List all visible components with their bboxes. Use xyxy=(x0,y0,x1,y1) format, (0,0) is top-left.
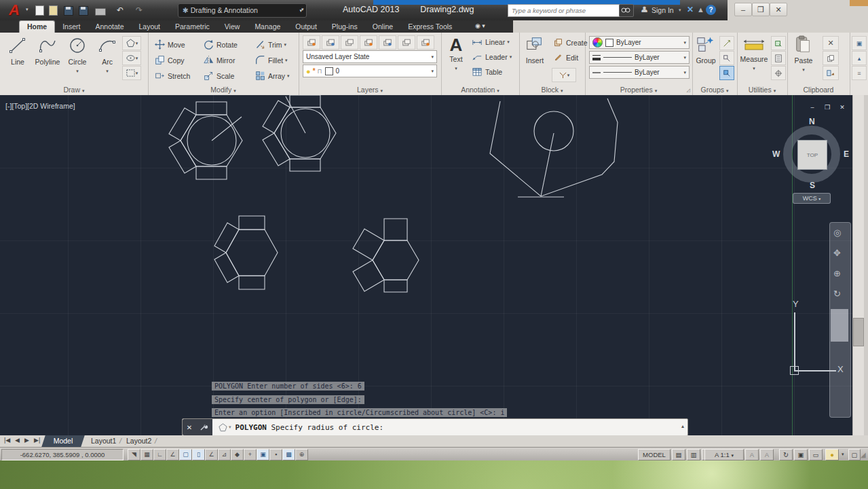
sign-in-arrow-icon[interactable]: ▾ xyxy=(679,7,681,13)
hatch-button[interactable]: ▾ xyxy=(122,66,141,80)
window-close-button[interactable]: ✕ xyxy=(770,3,787,16)
quick-select-button[interactable] xyxy=(771,36,786,50)
paste-button[interactable]: Paste ▾ xyxy=(790,35,817,73)
cut-button[interactable]: ✕ xyxy=(823,36,839,50)
properties-dialog-launcher-icon[interactable]: ◿ xyxy=(687,88,690,93)
sign-in-link[interactable]: Sign In xyxy=(652,6,674,14)
annotation-scale-button[interactable]: A 1:1 ▾ xyxy=(704,449,744,460)
lock-ui-button[interactable]: ▣ xyxy=(794,449,808,460)
paste-dropdown-arrow[interactable]: ▾ xyxy=(802,67,805,72)
copy-clip-button[interactable] xyxy=(823,51,839,65)
properties-panel-title[interactable]: Properties ▾ xyxy=(585,86,692,94)
tab-layout1[interactable]: Layout1 xyxy=(91,435,116,447)
quick-properties-toggle[interactable]: ▩ xyxy=(282,449,295,460)
status-menu-arrow[interactable]: ▾ xyxy=(842,452,844,457)
move-button[interactable]: Move xyxy=(153,37,202,52)
group-edit-button[interactable] xyxy=(719,51,734,65)
viewcube-top-face[interactable]: TOP xyxy=(797,140,827,170)
exchange-apps-icon[interactable]: ✕ xyxy=(687,5,694,14)
measure-button[interactable]: Measure ▾ xyxy=(738,37,770,71)
search-input[interactable] xyxy=(508,4,623,17)
ungroup-button[interactable] xyxy=(719,36,734,50)
tab-annotate[interactable]: Annotate xyxy=(88,20,131,33)
doc-close-button[interactable]: ✕ xyxy=(836,103,848,112)
snap-toggle[interactable]: ▦ xyxy=(140,449,153,460)
tab-online[interactable]: Online xyxy=(365,20,400,33)
table-button[interactable]: Table xyxy=(471,68,502,76)
layer-dropdown[interactable]: ● * ⊓ 0 ▾ xyxy=(303,65,437,77)
command-line-window[interactable]: ✕ ▾ POLYGON Specify radius of circle: ▴ xyxy=(182,418,688,435)
viewport-controls[interactable]: [-][Top][2D Wireframe] xyxy=(5,102,75,110)
create-block-button[interactable]: Create xyxy=(552,38,588,47)
circle-button[interactable]: Circle ▾ xyxy=(62,35,92,74)
lineweight-dropdown[interactable]: ByLayer▾ xyxy=(589,51,690,64)
command-expand-icon[interactable]: ▴ xyxy=(681,423,684,429)
copy-button[interactable]: Copy xyxy=(153,52,202,68)
nav-orbit-icon[interactable]: ↻ xyxy=(833,289,841,299)
doc-restore-button[interactable]: ❒ xyxy=(821,103,833,112)
ribbon-extra-tool-3[interactable]: ≡ xyxy=(852,66,867,80)
id-point-button[interactable] xyxy=(771,66,786,80)
tab-express-tools[interactable]: Express Tools xyxy=(400,20,459,33)
quick-view-layouts-button[interactable]: ▥ xyxy=(687,449,700,460)
line-button[interactable]: Line xyxy=(3,35,33,66)
otrack-toggle[interactable]: ⊿ xyxy=(218,449,231,460)
qat-saveas-icon[interactable] xyxy=(79,6,88,16)
app-menu-arrow-icon[interactable]: ▾ xyxy=(26,7,29,12)
command-close-icon[interactable]: ✕ xyxy=(187,424,192,431)
arc-dropdown-arrow[interactable]: ▾ xyxy=(106,69,109,73)
circle-dropdown-arrow[interactable]: ▾ xyxy=(76,69,79,73)
osnap-3d-toggle[interactable]: ∠ xyxy=(205,449,218,460)
ducs-toggle[interactable]: ◆ xyxy=(231,449,244,460)
ribbon-options-button[interactable]: ◉ ▾ xyxy=(475,22,485,29)
annotation-panel-title[interactable]: Annotation ▾ xyxy=(441,86,519,94)
lineweight-toggle[interactable]: ▣ xyxy=(257,449,269,460)
isolate-objects-button[interactable]: ▭ xyxy=(809,449,823,460)
layer-unlock-icon[interactable]: ⊓ xyxy=(318,68,322,75)
linetype-dropdown[interactable]: ByLayer▾ xyxy=(589,66,690,79)
layout-last-button[interactable]: ▶| xyxy=(34,437,40,443)
grid-toggle[interactable]: ∟ xyxy=(153,449,166,460)
tab-layout[interactable]: Layout xyxy=(132,20,168,33)
layout-prev-button[interactable]: ◀ xyxy=(15,437,20,443)
tab-layout2[interactable]: Layout2 xyxy=(126,435,151,447)
layout-first-button[interactable]: |◀ xyxy=(4,437,10,443)
edit-block-button[interactable]: Edit xyxy=(552,53,578,62)
fillet-button[interactable]: Fillet ▾ xyxy=(254,52,296,68)
nav-pan-icon[interactable]: ✥ xyxy=(833,248,841,258)
layer-lock-icon[interactable] xyxy=(417,35,434,50)
qat-new-icon[interactable] xyxy=(35,5,44,16)
tab-model[interactable]: Model xyxy=(41,435,85,447)
tab-view[interactable]: View xyxy=(217,20,248,33)
layer-properties-icon[interactable] xyxy=(303,35,320,50)
resize-grip[interactable]: ◢ xyxy=(861,451,866,458)
tab-plug-ins[interactable]: Plug-ins xyxy=(324,20,365,33)
linear-dimension-button[interactable]: Linear ▾ xyxy=(471,38,510,46)
object-color-dropdown[interactable]: ByLayer▾ xyxy=(589,36,690,49)
tab-home[interactable]: Home xyxy=(19,20,55,33)
block-panel-title[interactable]: Block ▾ xyxy=(519,86,585,94)
autoscale-button[interactable]: A xyxy=(760,449,774,460)
text-dropdown-arrow[interactable]: ▾ xyxy=(455,66,457,71)
ribbon-extra-tool-2[interactable]: ▴ xyxy=(852,51,867,65)
annotation-lamp-button[interactable]: ● xyxy=(825,449,839,460)
qat-plot-icon[interactable] xyxy=(95,8,106,16)
vertical-scrollbar-thumb[interactable] xyxy=(853,318,864,346)
scale-button[interactable]: Scale xyxy=(202,68,254,84)
infer-constraints-toggle[interactable]: ◥ xyxy=(128,449,140,460)
qat-undo-icon[interactable]: ↶ xyxy=(114,4,126,16)
leader-button[interactable]: Leader ▾ xyxy=(471,53,512,61)
layer-color-swatch[interactable] xyxy=(325,67,333,75)
quick-view-drawings-button[interactable]: ▤ xyxy=(672,449,685,460)
ortho-toggle[interactable]: ∠ xyxy=(166,449,179,460)
layer-state-dropdown[interactable]: Unsaved Layer State▾ xyxy=(303,50,437,63)
autocad-logo-button[interactable]: A xyxy=(4,1,24,19)
groups-panel-title[interactable]: Groups ▾ xyxy=(692,86,737,94)
vertical-scrollbar[interactable] xyxy=(852,95,864,435)
match-properties-button[interactable] xyxy=(823,66,839,80)
selection-cycling-toggle[interactable]: ⊕ xyxy=(295,449,308,460)
nav-zoom-icon[interactable]: ⊕ xyxy=(833,268,841,278)
window-minimize-button[interactable]: – xyxy=(734,3,752,16)
layer-off-icon[interactable] xyxy=(398,35,415,50)
viewcube-east[interactable]: E xyxy=(844,149,849,159)
